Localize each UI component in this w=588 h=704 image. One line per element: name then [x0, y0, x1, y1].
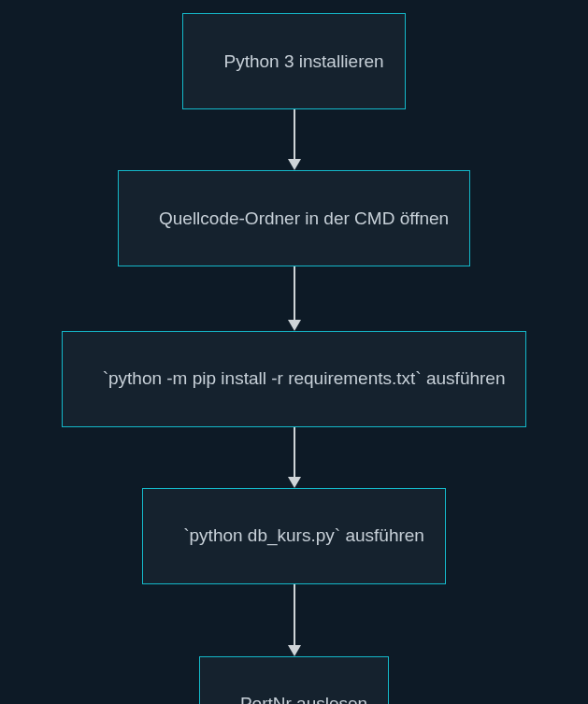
arrow-head [288, 477, 301, 488]
step-open-cmd: Quellcode-Ordner in der CMD öffnen [118, 170, 470, 266]
arrow-line [294, 266, 295, 321]
step-pip-install: `python -m pip install -r requirements.t… [62, 331, 527, 427]
arrow-icon [288, 427, 301, 488]
arrow-icon [288, 109, 301, 170]
arrow-line [294, 584, 295, 646]
arrow-head [288, 645, 301, 656]
step-install-python: Python 3 installieren [182, 13, 405, 109]
arrow-line [294, 427, 295, 478]
arrow-icon [288, 266, 301, 331]
node-label: `python db_kurs.py` ausführen [183, 525, 424, 545]
node-label: PortNr auslesen [240, 694, 367, 704]
arrow-head [288, 320, 301, 331]
node-label: `python -m pip install -r requirements.t… [103, 368, 506, 388]
node-label: Quellcode-Ordner in der CMD öffnen [159, 208, 449, 228]
node-label: Python 3 installieren [224, 51, 384, 71]
arrow-head [288, 159, 301, 170]
arrow-line [294, 109, 295, 160]
arrow-icon [288, 584, 301, 656]
flowchart: Python 3 installieren Quellcode-Ordner i… [0, 0, 588, 704]
step-read-port: PortNr auslesen [199, 656, 389, 704]
step-run-db-kurs: `python db_kurs.py` ausführen [142, 488, 446, 584]
